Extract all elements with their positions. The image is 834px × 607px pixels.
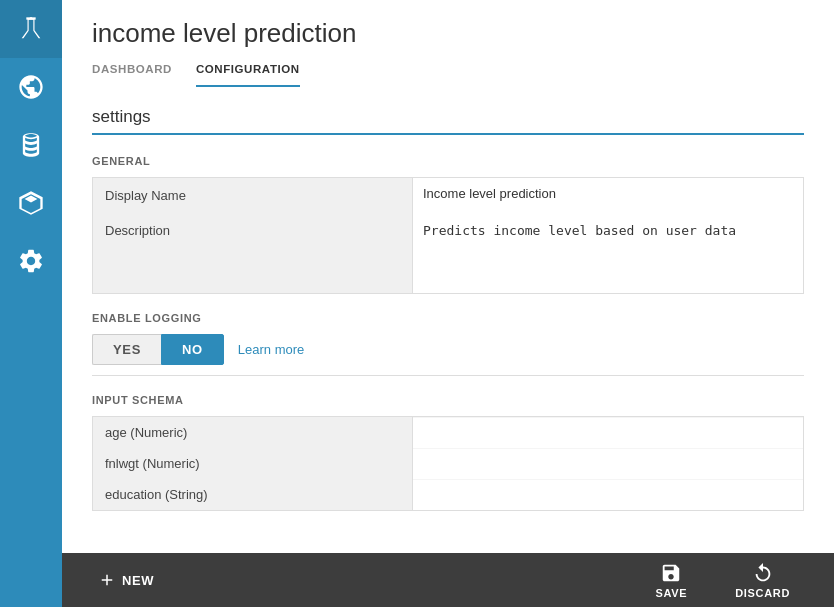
tab-dashboard[interactable]: DASHBOARD [92,63,172,87]
plus-icon [98,571,116,589]
save-icon [660,562,682,584]
schema-row-age: age (Numeric) [92,416,804,449]
tabs-container: DASHBOARD CONFIGURATION [92,63,804,87]
sidebar [0,0,62,607]
schema-row-education: education (String) [92,479,804,511]
page-header: income level prediction DASHBOARD CONFIG… [62,0,834,87]
main-content: income level prediction DASHBOARD CONFIG… [62,0,834,607]
schema-label-education: education (String) [93,479,413,510]
sidebar-item-settings[interactable] [0,232,62,290]
schema-label-fnlwgt: fnlwgt (Numeric) [93,448,413,479]
description-value-cell: Predicts income level based on user data [413,213,803,293]
sidebar-item-database[interactable] [0,116,62,174]
save-label: SAVE [655,587,687,599]
display-name-input[interactable] [423,184,793,203]
input-schema-label: INPUT SCHEMA [92,394,804,406]
tab-configuration[interactable]: CONFIGURATION [196,63,300,87]
schema-value-education [413,480,803,510]
new-button[interactable]: NEW [82,563,170,597]
display-name-row: Display Name [92,177,804,214]
settings-section-title: settings [92,107,804,127]
discard-button[interactable]: DISCARD [711,556,814,605]
discard-icon [752,562,774,584]
enable-logging-label: ENABLE LOGGING [92,312,804,324]
sidebar-item-lab[interactable] [0,0,62,58]
settings-icon [17,247,45,275]
cube-icon [17,189,45,217]
schema-value-fnlwgt [413,449,803,479]
database-icon [17,131,45,159]
sidebar-item-globe[interactable] [0,58,62,116]
bottom-toolbar: NEW SAVE DISCARD [62,553,834,607]
display-name-label: Display Name [93,178,413,213]
schema-label-age: age (Numeric) [93,417,413,448]
logging-toggle-row: YES NO Learn more [92,334,804,365]
logging-divider [92,375,804,376]
description-row: Description Predicts income level based … [92,213,804,294]
sidebar-item-cube[interactable] [0,174,62,232]
no-button[interactable]: NO [161,334,224,365]
new-label: NEW [122,573,154,588]
general-label: GENERAL [92,155,804,167]
yes-button[interactable]: YES [92,334,161,365]
display-name-value-cell [413,178,803,213]
page-title: income level prediction [92,18,804,49]
lab-icon [17,15,45,43]
schema-row-fnlwgt: fnlwgt (Numeric) [92,448,804,480]
content-area: settings GENERAL Display Name Descriptio… [62,87,834,553]
learn-more-link[interactable]: Learn more [238,342,304,357]
section-divider [92,133,804,135]
save-button[interactable]: SAVE [631,556,711,605]
description-label: Description [93,213,413,293]
schema-input-education[interactable] [423,488,793,503]
description-input[interactable]: Predicts income level based on user data [423,221,793,285]
schema-input-age[interactable] [423,426,793,441]
globe-icon [17,73,45,101]
schema-input-fnlwgt[interactable] [423,457,793,472]
schema-value-age [413,418,803,448]
discard-label: DISCARD [735,587,790,599]
